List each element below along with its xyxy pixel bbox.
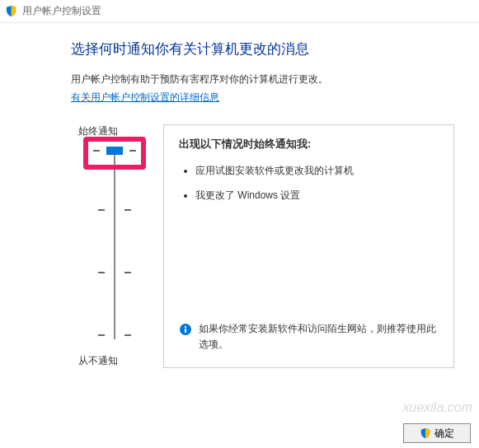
info-bullet-item: 应用试图安装软件或更改我的计算机 bbox=[195, 163, 442, 178]
slider-tick-2[interactable] bbox=[98, 272, 131, 273]
svg-rect-1 bbox=[185, 329, 186, 333]
window-title: 用户帐户控制设置 bbox=[22, 4, 101, 18]
info-title: 出现以下情况时始终通知我: bbox=[179, 137, 442, 152]
slider-tick-1[interactable] bbox=[98, 334, 131, 336]
recommend-row: 如果你经常安装新软件和访问陌生网站，则推荐使用此选项。 bbox=[179, 321, 442, 352]
slider-tick-3[interactable] bbox=[98, 209, 131, 211]
info-icon bbox=[179, 323, 192, 336]
page-heading: 选择何时通知你有关计算机更改的消息 bbox=[71, 40, 454, 58]
info-panel: 出现以下情况时始终通知我: 应用试图安装软件或更改我的计算机 我更改了 Wind… bbox=[163, 124, 454, 368]
page-description: 用户帐户控制有助于预防有害程序对你的计算机进行更改。 bbox=[71, 72, 454, 87]
svg-rect-2 bbox=[185, 326, 186, 328]
shield-icon bbox=[420, 427, 431, 439]
footer: 确定 bbox=[403, 423, 471, 443]
content-area: 选择何时通知你有关计算机更改的消息 用户帐户控制有助于预防有害程序对你的计算机进… bbox=[0, 23, 479, 368]
uac-slider[interactable] bbox=[86, 147, 143, 344]
info-bullet-list: 应用试图安装软件或更改我的计算机 我更改了 Windows 设置 bbox=[179, 163, 442, 203]
slider-track-line bbox=[114, 152, 115, 339]
details-link[interactable]: 有关用户帐户控制设置的详细信息 bbox=[71, 91, 219, 103]
highlight-annotation bbox=[83, 137, 146, 170]
recommend-text: 如果你经常安装新软件和访问陌生网站，则推荐使用此选项。 bbox=[199, 321, 442, 352]
shield-icon bbox=[5, 5, 17, 17]
titlebar: 用户帐户控制设置 bbox=[0, 0, 479, 23]
slider-label-bottom: 从不通知 bbox=[36, 354, 160, 368]
slider-area: 始终通知 从不通知 出现以下情况时始终通知我: bbox=[69, 124, 454, 368]
watermark: xuexila.com bbox=[403, 400, 472, 415]
ok-button-label: 确定 bbox=[434, 427, 454, 441]
ok-button[interactable]: 确定 bbox=[403, 423, 471, 443]
slider-column: 始终通知 从不通知 bbox=[69, 124, 160, 368]
info-bullet-item: 我更改了 Windows 设置 bbox=[195, 188, 442, 203]
